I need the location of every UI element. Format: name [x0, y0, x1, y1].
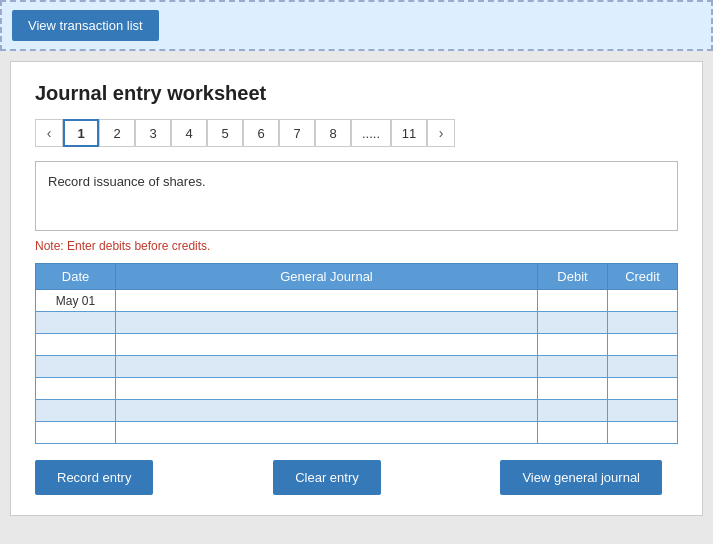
buttons-row: Record entry Clear entry View general jo… — [35, 460, 678, 495]
view-general-journal-button[interactable]: View general journal — [500, 460, 662, 495]
debit-input-7[interactable] — [542, 426, 603, 440]
credit-input-4[interactable] — [612, 360, 673, 374]
debit-cell-4[interactable] — [538, 356, 608, 378]
debit-input-2[interactable] — [542, 316, 603, 330]
credit-input-7[interactable] — [612, 426, 673, 440]
page-3[interactable]: 3 — [135, 119, 171, 147]
journal-input-4[interactable] — [120, 360, 533, 374]
page-8[interactable]: 8 — [315, 119, 351, 147]
journal-input-7[interactable] — [120, 426, 533, 440]
table-row — [36, 334, 678, 356]
date-cell-1: May 01 — [36, 290, 116, 312]
journal-cell-3[interactable] — [116, 334, 538, 356]
credit-cell-6[interactable] — [608, 400, 678, 422]
credit-cell-7[interactable] — [608, 422, 678, 444]
table-row — [36, 422, 678, 444]
journal-cell-2[interactable] — [116, 312, 538, 334]
debit-cell-2[interactable] — [538, 312, 608, 334]
debit-cell-3[interactable] — [538, 334, 608, 356]
date-cell-7 — [36, 422, 116, 444]
page-1[interactable]: 1 — [63, 119, 99, 147]
credit-input-6[interactable] — [612, 404, 673, 418]
date-cell-5 — [36, 378, 116, 400]
debit-input-4[interactable] — [542, 360, 603, 374]
debit-cell-5[interactable] — [538, 378, 608, 400]
date-cell-2 — [36, 312, 116, 334]
worksheet-title: Journal entry worksheet — [35, 82, 678, 105]
credit-cell-3[interactable] — [608, 334, 678, 356]
page-6[interactable]: 6 — [243, 119, 279, 147]
pagination-next[interactable]: › — [427, 119, 455, 147]
journal-input-6[interactable] — [120, 404, 533, 418]
note-text: Note: Enter debits before credits. — [35, 239, 678, 253]
credit-cell-1[interactable] — [608, 290, 678, 312]
view-transaction-button[interactable]: View transaction list — [12, 10, 159, 41]
record-entry-button[interactable]: Record entry — [35, 460, 153, 495]
clear-entry-button[interactable]: Clear entry — [273, 460, 381, 495]
col-header-debit: Debit — [538, 264, 608, 290]
page-4[interactable]: 4 — [171, 119, 207, 147]
table-row — [36, 378, 678, 400]
credit-cell-4[interactable] — [608, 356, 678, 378]
debit-input-5[interactable] — [542, 382, 603, 396]
journal-input-1[interactable] — [120, 294, 533, 308]
table-row: May 01 — [36, 290, 678, 312]
page-5[interactable]: 5 — [207, 119, 243, 147]
debit-input-3[interactable] — [542, 338, 603, 352]
credit-cell-2[interactable] — [608, 312, 678, 334]
description-box: Record issuance of shares. — [35, 161, 678, 231]
journal-cell-6[interactable] — [116, 400, 538, 422]
page-2[interactable]: 2 — [99, 119, 135, 147]
debit-cell-7[interactable] — [538, 422, 608, 444]
debit-input-1[interactable] — [542, 294, 603, 308]
date-cell-3 — [36, 334, 116, 356]
pagination: ‹ 1 2 3 4 5 6 7 8 ..... 11 › — [35, 119, 678, 147]
journal-table: Date General Journal Debit Credit May 01 — [35, 263, 678, 444]
page-11[interactable]: 11 — [391, 119, 427, 147]
main-content: Journal entry worksheet ‹ 1 2 3 4 5 6 7 … — [10, 61, 703, 516]
col-header-date: Date — [36, 264, 116, 290]
credit-cell-5[interactable] — [608, 378, 678, 400]
table-row — [36, 312, 678, 334]
col-header-credit: Credit — [608, 264, 678, 290]
page-dots: ..... — [351, 119, 391, 147]
journal-cell-7[interactable] — [116, 422, 538, 444]
table-row — [36, 400, 678, 422]
journal-cell-5[interactable] — [116, 378, 538, 400]
debit-cell-1[interactable] — [538, 290, 608, 312]
col-header-journal: General Journal — [116, 264, 538, 290]
credit-input-2[interactable] — [612, 316, 673, 330]
credit-input-5[interactable] — [612, 382, 673, 396]
page-7[interactable]: 7 — [279, 119, 315, 147]
journal-input-5[interactable] — [120, 382, 533, 396]
date-cell-6 — [36, 400, 116, 422]
debit-cell-6[interactable] — [538, 400, 608, 422]
journal-cell-4[interactable] — [116, 356, 538, 378]
journal-cell-1[interactable] — [116, 290, 538, 312]
debit-input-6[interactable] — [542, 404, 603, 418]
journal-input-3[interactable] — [120, 338, 533, 352]
credit-input-3[interactable] — [612, 338, 673, 352]
journal-input-2[interactable] — [120, 316, 533, 330]
credit-input-1[interactable] — [612, 294, 673, 308]
top-bar: View transaction list — [0, 0, 713, 51]
date-cell-4 — [36, 356, 116, 378]
table-row — [36, 356, 678, 378]
pagination-prev[interactable]: ‹ — [35, 119, 63, 147]
